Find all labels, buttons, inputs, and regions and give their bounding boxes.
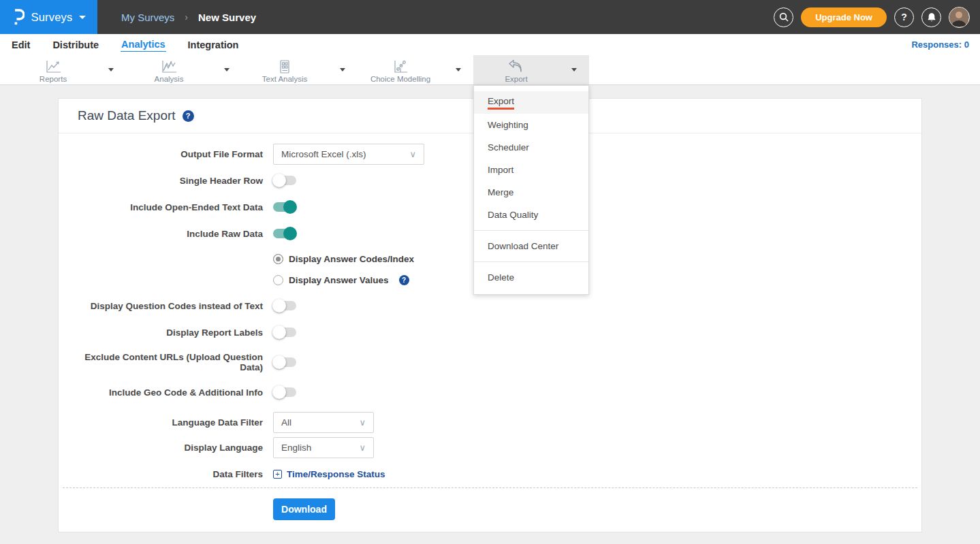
menu-divider (474, 261, 588, 262)
menu-item-import[interactable]: Import (474, 159, 588, 181)
breadcrumb-separator-icon: › (185, 12, 188, 22)
include-open-ended-label: Include Open-Ended Text Data (78, 202, 263, 212)
user-avatar[interactable] (949, 7, 970, 28)
include-open-ended-toggle[interactable] (273, 202, 296, 212)
tool-analysis[interactable]: Analysis (126, 55, 212, 84)
radio-selected-icon (273, 254, 283, 264)
toggle-knob (272, 385, 286, 399)
download-button[interactable]: Download (273, 498, 335, 520)
help-button[interactable]: ? (894, 7, 914, 27)
time-response-status-link[interactable]: + Time/Response Status (273, 469, 385, 479)
menu-item-export[interactable]: Export (474, 91, 588, 114)
question-mark-icon: ? (901, 12, 907, 22)
tool-text-analysis-dropdown[interactable] (328, 55, 358, 84)
toggle-knob (272, 325, 286, 339)
line-chart-icon (44, 59, 62, 74)
menu-item-scheduler[interactable]: Scheduler (474, 136, 588, 159)
radio-display-answer-values[interactable]: Display Answer Values ? (273, 275, 409, 285)
multi-line-chart-icon (160, 59, 178, 74)
survey-nav: Edit Distribute Analytics Integration Re… (0, 34, 980, 55)
menu-divider (474, 230, 588, 231)
toggle-knob (283, 227, 297, 240)
exclude-content-urls-toggle[interactable] (273, 357, 296, 367)
output-file-format-select[interactable]: Microsoft Excel (.xls) ∨ (273, 144, 424, 165)
notifications-button[interactable] (921, 7, 941, 27)
tool-export-dropdown[interactable] (559, 55, 589, 84)
geo-code-label: Include Geo Code & Additional Info (78, 387, 263, 398)
chevron-down-icon (571, 68, 577, 71)
radio-unselected-icon (273, 275, 283, 285)
question-codes-label: Display Question Codes instead of Text (78, 301, 263, 311)
report-labels-label: Display Report Labels (78, 327, 263, 338)
chevron-down-icon (79, 16, 86, 19)
question-codes-toggle[interactable] (273, 301, 296, 310)
chevron-down-icon (108, 68, 114, 71)
single-header-row-label: Single Header Row (78, 176, 263, 186)
tool-group-text-analysis: Text Analysis (242, 55, 358, 84)
chevron-down-icon (340, 68, 345, 71)
tool-group-reports: Reports (10, 55, 126, 84)
topbar: Surveys My Surveys › New Survey Upgrade … (0, 0, 980, 34)
upgrade-now-button[interactable]: Upgrade Now (801, 7, 887, 27)
chevron-down-icon: ∨ (359, 417, 366, 428)
exclude-content-urls-label: Exclude Content URLs (Upload Question Da… (78, 352, 263, 372)
tool-choice-modelling[interactable]: Choice Modelling (358, 55, 443, 84)
tool-text-analysis[interactable]: Text Analysis (242, 55, 328, 84)
language-data-filter-value: All (281, 417, 291, 428)
toggle-knob (272, 174, 286, 187)
menu-item-merge[interactable]: Merge (474, 181, 588, 204)
questionpro-logo-icon (12, 8, 25, 26)
report-labels-toggle[interactable] (273, 327, 296, 337)
search-icon (779, 12, 789, 22)
tab-analytics[interactable]: Analytics (121, 37, 165, 52)
tool-label: Choice Modelling (370, 75, 430, 83)
tool-label: Export (505, 75, 527, 83)
display-language-value: English (281, 443, 311, 453)
download-row: Download (59, 488, 921, 532)
tab-integration[interactable]: Integration (187, 38, 240, 52)
breadcrumb: My Surveys › New Survey (121, 12, 256, 23)
include-raw-data-toggle[interactable] (273, 229, 296, 238)
menu-item-data-quality[interactable]: Data Quality (474, 204, 588, 226)
help-icon[interactable]: ? (399, 275, 409, 285)
product-label: Surveys (31, 11, 72, 24)
menu-item-weighting[interactable]: Weighting (474, 114, 588, 136)
language-data-filter-select[interactable]: All ∨ (273, 412, 374, 433)
data-filters-label: Data Filters (78, 469, 263, 479)
tool-reports-dropdown[interactable] (96, 55, 126, 84)
product-switcher[interactable]: Surveys (0, 0, 97, 34)
menu-item-download-center[interactable]: Download Center (474, 235, 588, 257)
analytics-toolbar: Reports Analysis Text Analysis (0, 55, 980, 85)
tool-label: Text Analysis (262, 75, 307, 83)
radio-display-answer-codes[interactable]: Display Answer Codes/Index (273, 254, 414, 264)
include-raw-data-label: Include Raw Data (78, 229, 263, 239)
tab-distribute[interactable]: Distribute (52, 38, 99, 52)
tool-label: Reports (39, 75, 67, 83)
document-grid-icon (277, 59, 292, 74)
tool-analysis-dropdown[interactable] (212, 55, 242, 84)
output-file-format-label: Output File Format (78, 149, 263, 159)
export-arrow-icon (507, 59, 525, 74)
breadcrumb-my-surveys[interactable]: My Surveys (121, 12, 174, 23)
plus-icon: + (273, 470, 282, 479)
time-response-status-text: Time/Response Status (287, 469, 385, 479)
chevron-down-icon: ∨ (409, 149, 416, 159)
display-language-select[interactable]: English ∨ (273, 437, 374, 458)
geo-code-toggle[interactable] (273, 387, 296, 397)
help-icon[interactable]: ? (183, 110, 194, 122)
tool-choice-modelling-dropdown[interactable] (443, 55, 473, 84)
tool-group-choice-modelling: Choice Modelling (358, 55, 473, 84)
tool-export[interactable]: Export (473, 55, 559, 84)
menu-item-delete[interactable]: Delete (474, 266, 588, 289)
chevron-down-icon (456, 68, 461, 71)
tool-group-export: Export (473, 55, 589, 84)
toggle-knob (283, 200, 297, 214)
tab-edit[interactable]: Edit (11, 38, 31, 52)
breadcrumb-current-survey: New Survey (198, 12, 256, 23)
single-header-row-toggle[interactable] (273, 176, 296, 185)
toggle-knob (272, 299, 286, 313)
search-button[interactable] (774, 7, 793, 27)
export-menu: Export Weighting Scheduler Import Merge … (473, 85, 589, 295)
language-data-filter-label: Language Data Filter (78, 417, 263, 428)
tool-reports[interactable]: Reports (10, 55, 96, 84)
